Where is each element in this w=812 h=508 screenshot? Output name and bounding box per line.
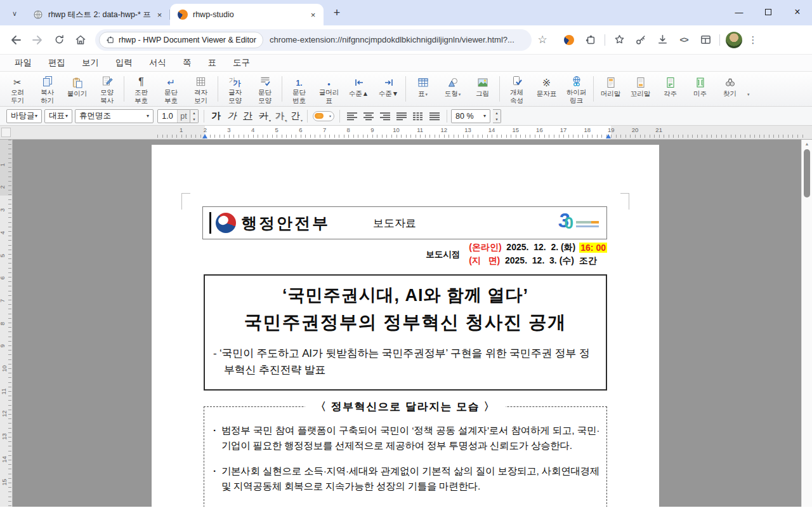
- format-painter-button[interactable]: 모양 복사: [92, 73, 122, 105]
- footnote-button[interactable]: 각주: [655, 73, 685, 105]
- address-bar[interactable]: rhwp - HWP Document Viewer & Editor chro…: [95, 29, 532, 51]
- level-down-icon: [383, 77, 395, 88]
- maximize-button[interactable]: [754, 0, 783, 24]
- menu-edit[interactable]: 편집: [40, 55, 74, 71]
- ministry-logo-icon: [216, 213, 236, 233]
- align-center-button[interactable]: [360, 109, 377, 124]
- font-select[interactable]: 휴먼명조▾: [75, 109, 154, 123]
- menu-table[interactable]: 표: [200, 55, 225, 71]
- bullet-list-button[interactable]: ●글머리 표: [314, 73, 344, 105]
- profile-avatar[interactable]: [726, 32, 742, 48]
- cut-button[interactable]: ✂오려 두기: [3, 73, 32, 105]
- extension-name-chip[interactable]: rhwp - HWP Document Viewer & Editor: [99, 32, 263, 48]
- align-left-button[interactable]: [344, 109, 360, 124]
- scrollbar-thumb[interactable]: [804, 149, 810, 197]
- tab-close-icon[interactable]: ×: [154, 10, 165, 20]
- menu-view[interactable]: 보기: [74, 55, 107, 71]
- paragraph-marks-button[interactable]: ↵문단 부호: [156, 73, 186, 105]
- toolbar-separator: [307, 110, 308, 123]
- vertical-scrollbar[interactable]: ▲: [801, 140, 812, 507]
- hyperlink-button[interactable]: 하이퍼 링크: [561, 73, 591, 105]
- para-numbering-button[interactable]: 1.문단 번호: [284, 73, 314, 105]
- rhwp-extension-button[interactable]: [558, 29, 580, 51]
- paste-button[interactable]: 붙이기: [62, 73, 92, 105]
- tab-search-button[interactable]: ∨: [6, 5, 23, 22]
- back-button[interactable]: [5, 29, 27, 51]
- globe-favicon-icon: [33, 10, 43, 20]
- picture-button[interactable]: 그림: [468, 73, 497, 105]
- level-up-button[interactable]: 수준▲: [344, 73, 374, 105]
- toolbar-more-button[interactable]: ▾: [747, 92, 750, 97]
- browser-menu-button[interactable]: ⋮: [745, 29, 761, 51]
- extensions-button[interactable]: [580, 29, 601, 51]
- menu-input[interactable]: 입력: [107, 55, 141, 71]
- vertical-ruler[interactable]: 123456789101112131415: [0, 140, 13, 507]
- reload-button[interactable]: [48, 29, 70, 51]
- menu-page[interactable]: 쪽: [174, 55, 200, 71]
- browser-tab-active[interactable]: rhwp-studio ×: [170, 4, 324, 25]
- downloads-button[interactable]: [652, 29, 673, 51]
- release-schedule: 보도시점 (온라인) 2025. 12. 2. (화)16: 00 (지 면) …: [426, 242, 607, 267]
- font-size-input[interactable]: 1.0pt: [157, 109, 190, 123]
- shadow-button[interactable]: 가▾: [272, 109, 287, 124]
- document-page[interactable]: 행정안전부 보도자료 3 0 보도시점 (온라인) 2025. 12. 2. (…: [152, 145, 659, 507]
- style-class-select[interactable]: 대표▾: [44, 109, 72, 123]
- strikethrough-button[interactable]: 가▾: [256, 109, 272, 124]
- hwp-format-toolbar: 바탕글▾ 대표▾ 휴먼명조▾ 1.0pt ▲▼ 가 가 간 가▾ 가▾ 간▾ ▾…: [0, 107, 812, 126]
- zoom-spinner[interactable]: ▲▼: [493, 109, 501, 123]
- menu-format[interactable]: 서식: [141, 55, 174, 71]
- endnote-button[interactable]: 미주: [685, 73, 715, 105]
- header-button[interactable]: 머리말: [596, 73, 625, 105]
- window-controls: — ×: [724, 0, 812, 24]
- devtools-button[interactable]: <>: [673, 29, 695, 51]
- para-shape-button[interactable]: 문단 모양: [250, 73, 280, 105]
- character-map-button[interactable]: ※문자표: [532, 73, 561, 105]
- char-spacing-button[interactable]: 간▾: [287, 109, 303, 124]
- close-button[interactable]: ×: [783, 0, 812, 24]
- align-justify-button[interactable]: [393, 109, 410, 124]
- minimize-button[interactable]: —: [724, 0, 754, 24]
- char-shape-button[interactable]: 가가글자 모양: [220, 73, 250, 105]
- reading-list-button[interactable]: [695, 29, 716, 51]
- bookmark-button[interactable]: ☆: [532, 29, 553, 51]
- align-distribute-button[interactable]: [410, 109, 426, 124]
- italic-button[interactable]: 가: [224, 109, 240, 124]
- press-title-line1: ‘국민주권시대, AI와 함께 열다’: [205, 284, 606, 307]
- underline-button[interactable]: 간: [240, 109, 256, 124]
- align-center-icon: [362, 112, 375, 121]
- chevron-down-icon: ▾: [147, 113, 149, 119]
- bold-button[interactable]: 가: [208, 109, 224, 124]
- align-divide-button[interactable]: [426, 109, 443, 124]
- right-margin-marker[interactable]: [606, 134, 611, 138]
- level-down-button[interactable]: 수준▼: [374, 73, 403, 105]
- tab-close-icon[interactable]: ×: [308, 10, 318, 20]
- rhwp-extension-icon: [564, 35, 574, 45]
- style-select[interactable]: 바탕글▾: [6, 109, 42, 123]
- sparkle-bookmark-button[interactable]: [608, 29, 630, 51]
- table-button[interactable]: 표▾: [408, 73, 438, 105]
- copy-button[interactable]: 복사 하기: [32, 73, 62, 105]
- new-tab-button[interactable]: +: [329, 4, 345, 21]
- grid-view-button[interactable]: 격자 보기: [186, 73, 216, 105]
- object-properties-button[interactable]: 개체 속성: [502, 73, 532, 105]
- browser-tab-inactive[interactable]: rhwp 테스트 2: data-hwp-* 프 ×: [25, 4, 170, 25]
- footnote-icon: [665, 77, 676, 88]
- align-right-button[interactable]: [377, 109, 393, 124]
- control-marks-button[interactable]: ¶조판 부호: [126, 73, 156, 105]
- forward-button[interactable]: [27, 29, 48, 51]
- highlight-color-button[interactable]: ▾: [313, 111, 334, 121]
- document-canvas[interactable]: 행정안전부 보도자료 3 0 보도시점 (온라인) 2025. 12. 2. (…: [13, 140, 801, 507]
- password-manager-button[interactable]: [630, 29, 652, 51]
- zoom-select[interactable]: 80 %▾: [451, 109, 490, 123]
- menu-file[interactable]: 파일: [6, 55, 40, 71]
- footer-button[interactable]: 꼬리말: [625, 73, 655, 105]
- left-margin-marker[interactable]: [202, 134, 207, 138]
- paste-icon: [72, 77, 83, 88]
- menu-tools[interactable]: 도구: [225, 55, 258, 71]
- font-size-spinner[interactable]: ▲▼: [190, 109, 199, 123]
- shapes-button[interactable]: 도형▾: [438, 73, 468, 105]
- scroll-up-icon[interactable]: ▲: [805, 142, 809, 146]
- home-button[interactable]: [70, 29, 91, 51]
- horizontal-ruler[interactable]: 123456789101112131415161718192021: [0, 126, 812, 140]
- find-button[interactable]: 찾기: [715, 73, 745, 105]
